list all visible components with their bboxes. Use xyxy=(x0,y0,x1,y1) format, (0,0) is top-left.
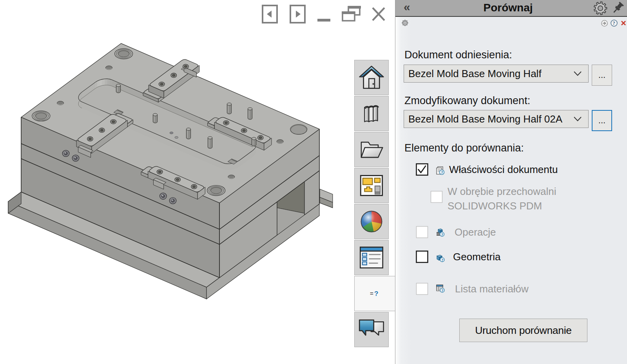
settings-gear-icon[interactable] xyxy=(593,1,608,16)
forum-icon xyxy=(359,318,384,341)
option-label-operations: Operacje xyxy=(455,226,496,238)
view-palette-icon xyxy=(359,174,384,197)
options-gear-icon[interactable] xyxy=(402,20,408,26)
pin-panel-icon[interactable] xyxy=(611,1,625,15)
svg-text:?: ? xyxy=(441,170,443,175)
minimize-icon[interactable] xyxy=(317,19,330,22)
modified-document-label: Zmodyfikowany dokument: xyxy=(404,95,530,107)
bom-icon: ? xyxy=(436,284,445,293)
reference-document-combobox[interactable]: Bezel Mold Base Moving Half xyxy=(404,65,589,83)
chevron-down-icon xyxy=(573,71,582,76)
option-row-geometry: ? Geometria xyxy=(395,250,627,266)
svg-text:=: = xyxy=(370,290,373,297)
document-properties-icon: ? xyxy=(436,166,445,175)
chevron-down-icon xyxy=(573,116,582,122)
svg-text:?: ? xyxy=(441,288,443,293)
checkbox-document-properties[interactable] xyxy=(416,163,428,177)
svg-text:?: ? xyxy=(613,20,615,26)
help-icon[interactable]: ? xyxy=(611,20,618,27)
option-label-pdm-line2: SOLIDWORKS PDM xyxy=(448,200,542,212)
reference-browse-button[interactable]: ... xyxy=(592,65,612,86)
option-label-document-properties: Właściwości dokumentu xyxy=(449,164,558,176)
task-pane-tab-design-library[interactable] xyxy=(354,96,389,132)
option-row-bom: ? Lista materiałów xyxy=(395,283,627,298)
task-pane-tab-appearances[interactable] xyxy=(354,204,389,240)
run-comparison-button[interactable]: Uruchom porównanie xyxy=(459,319,587,342)
solidworks-window: = ? « Porównaj xyxy=(0,0,627,364)
option-row-pdm-vault: W obrębie przechowalni SOLIDWORKS PDM xyxy=(395,184,627,211)
custom-properties-icon xyxy=(359,246,384,269)
books-icon xyxy=(359,101,384,126)
checkbox-bom[interactable] xyxy=(416,283,428,297)
forward-icon[interactable] xyxy=(601,20,608,27)
modified-document-combobox[interactable]: Bezel Mold Base Moving Half 02A xyxy=(404,110,589,128)
close-panel-icon[interactable] xyxy=(621,20,626,26)
option-icon-operations: ? xyxy=(436,228,445,238)
option-label-geometry: Geometria xyxy=(453,251,500,263)
svg-text:?: ? xyxy=(441,232,443,237)
compare-items-label: Elementy do porównania: xyxy=(404,142,524,154)
reference-document-value: Bezel Mold Base Moving Half xyxy=(408,68,542,80)
cad-model-mold-base[interactable] xyxy=(0,0,395,364)
modified-browse-button[interactable]: ... xyxy=(592,110,612,131)
panel-title: Porównaj xyxy=(395,2,621,14)
panel-toolbar: ? xyxy=(395,17,627,28)
reference-document-label: Dokument odniesienia: xyxy=(404,49,512,61)
task-pane-tab-compare[interactable]: = ? xyxy=(354,276,395,312)
panel-header: « Porównaj xyxy=(395,0,627,17)
option-icon-bom: ? xyxy=(436,284,445,294)
compare-panel: « Porównaj xyxy=(395,0,627,364)
previous-sheet-icon[interactable] xyxy=(263,5,277,23)
next-sheet-icon[interactable] xyxy=(290,5,305,23)
option-icon-document-properties: ? xyxy=(436,166,445,177)
checkbox-pdm-vault[interactable] xyxy=(430,191,443,205)
option-label-pdm-line1: W obrębie przechowalni xyxy=(448,186,556,198)
operations-icon: ? xyxy=(436,228,445,237)
task-pane-tab-file-explorer[interactable] xyxy=(354,132,389,168)
home-icon xyxy=(359,65,384,89)
checkbox-operations[interactable] xyxy=(416,226,428,240)
appearances-sphere-icon xyxy=(359,209,384,234)
checkbox-geometry[interactable] xyxy=(416,250,428,265)
task-pane-tab-view-palette[interactable] xyxy=(354,168,389,204)
task-pane-tab-custom-properties[interactable] xyxy=(354,240,389,276)
graphics-viewport[interactable] xyxy=(0,0,395,364)
svg-text:?: ? xyxy=(374,290,378,297)
option-row-operations: ? Operacje xyxy=(395,226,627,241)
option-row-document-properties: ? Właściwości dokumentu xyxy=(395,163,627,179)
option-icon-geometry: ? xyxy=(436,254,445,264)
task-pane-tab-forum[interactable] xyxy=(354,312,389,348)
option-label-bom: Lista materiałów xyxy=(455,283,529,295)
geometry-icon: ? xyxy=(436,254,445,262)
compare-icon: = ? xyxy=(370,290,381,297)
mold-base-3d-model xyxy=(8,43,333,299)
task-pane-tab-home[interactable] xyxy=(354,60,389,96)
folder-icon xyxy=(359,138,384,161)
task-pane-tab-strip: = ? xyxy=(354,0,395,364)
svg-text:?: ? xyxy=(441,258,443,262)
modified-document-value: Bezel Mold Base Moving Half 02A xyxy=(408,113,562,125)
